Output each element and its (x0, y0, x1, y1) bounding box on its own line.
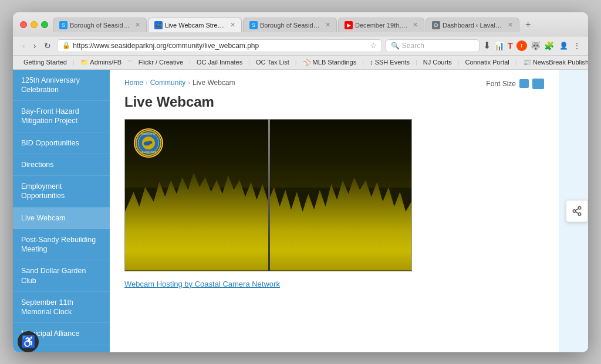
tabs-row: S Borough of Seaside Park, NJ... ✕ 📹 Liv… (53, 17, 581, 32)
refresh-button[interactable]: ↻ (42, 40, 53, 52)
sidebar-item-post-sandy[interactable]: Post-Sandy Rebuilding Meeting (13, 229, 110, 261)
tab-5-label: Dashboard ‹ Lavallette-Seaside... (443, 22, 503, 29)
page-title: Live Webcam (124, 94, 544, 110)
main-content: Home › Community › Live Webcam Font Size… (110, 70, 559, 352)
page-content: 125th Anniversary Celebration Bay-Front … (13, 70, 588, 352)
sidebar-item-bay-front[interactable]: Bay-Front Hazard Mitigation Project (13, 101, 110, 132)
back-button[interactable]: ‹ (20, 40, 28, 52)
breadcrumb-sep-1: › (146, 79, 148, 86)
profile-icon[interactable]: 👤 (558, 40, 569, 52)
tab-5-close[interactable]: ✕ (508, 21, 513, 29)
seal-emblem: BOROUGH OF SEASIDE PARK (134, 128, 163, 158)
breadcrumb-home[interactable]: Home (124, 79, 143, 87)
webcam-hosting-link[interactable]: Webcam Hosting by Coastal Camera Network (124, 280, 280, 288)
tab-5-favicon: D (432, 21, 440, 29)
svg-point-4 (148, 141, 152, 144)
tab-5[interactable]: D Dashboard ‹ Lavallette-Seaside... ✕ (426, 18, 519, 32)
download-icon[interactable]: ⬇ (483, 40, 491, 51)
svg-point-7 (578, 206, 581, 209)
bookmark-admins-fb[interactable]: 📁 Admins/FB (77, 57, 125, 67)
svg-text:BOROUGH OF: BOROUGH OF (141, 133, 156, 135)
sidebar-item-sand-dollar[interactable]: Sand Dollar Garden Club (13, 260, 110, 292)
extensions-icon[interactable]: 📊 (494, 41, 504, 50)
tab-4-close[interactable]: ✕ (413, 21, 418, 29)
forward-button[interactable]: › (31, 40, 39, 52)
tab-3-label: Borough of Seaside Park, NJ | C... (260, 22, 320, 29)
svg-point-9 (578, 213, 581, 216)
breadcrumb-community[interactable]: Community (150, 79, 186, 87)
tab-2[interactable]: 📹 Live Webcam Streaming Servic... ✕ (148, 18, 242, 32)
breadcrumb: Home › Community › Live Webcam (124, 79, 544, 87)
new-tab-button[interactable]: + (521, 17, 535, 32)
bookmark-oc-jail[interactable]: OC Jail Inmates (193, 57, 246, 67)
puzzle-icon[interactable]: 🧩 (544, 41, 554, 50)
font-size-controls: Font Size (486, 79, 544, 89)
bookmark-connatix[interactable]: Connatix Portal (462, 57, 513, 67)
bookmark-ssh[interactable]: ↕ SSH Events (366, 57, 413, 67)
tab-1[interactable]: S Borough of Seaside Park, NJ... ✕ (53, 18, 147, 32)
sidebar-item-live-webcam[interactable]: Live Webcam (13, 207, 110, 229)
wolf-icon[interactable]: 🐺 (531, 41, 541, 50)
webcam-scene: BOROUGH OF SEASIDE PARK (125, 120, 411, 271)
title-bar: S Borough of Seaside Park, NJ... ✕ 📹 Liv… (13, 12, 588, 36)
sidebar-item-employment[interactable]: Employment Opportunities (13, 176, 110, 207)
address-bar-row: ‹ › ↻ 🔒 https://www.seasideparknj.org/co… (13, 36, 588, 56)
t-icon[interactable]: T (508, 40, 513, 50)
bookmarks-bar: Getting Started | 📁 Admins/FB ** Flickr … (13, 56, 588, 70)
traffic-lights (20, 21, 48, 28)
search-icon: 🔍 (391, 42, 400, 50)
tab-1-close[interactable]: ✕ (135, 21, 140, 29)
sidebar-item-sept11[interactable]: September 11th Memorial Clock (13, 292, 110, 324)
svg-line-10 (575, 212, 578, 213)
right-panel (559, 70, 588, 352)
font-size-label: Font Size (486, 80, 516, 88)
tab-3[interactable]: S Borough of Seaside Park, NJ | C... ✕ (243, 18, 337, 32)
menu-icon[interactable]: ⋮ (573, 41, 581, 50)
tab-4[interactable]: ▶ December 19th, 2024 Seaside... ✕ (338, 18, 424, 32)
tab-2-close[interactable]: ✕ (230, 21, 235, 29)
address-bar[interactable]: 🔒 https://www.seasideparknj.org/communit… (57, 39, 381, 52)
sidebar-item-anniversary[interactable]: 125th Anniversary Celebration (13, 70, 110, 101)
bookmark-flickr[interactable]: Flickr / Creative (135, 57, 187, 67)
tab-1-label: Borough of Seaside Park, NJ... (70, 22, 130, 29)
share-icon (572, 206, 582, 216)
sidebar-item-bid[interactable]: BID Opportunities (13, 132, 110, 154)
fullscreen-window-button[interactable] (41, 21, 48, 28)
tab-2-favicon: 📹 (154, 21, 163, 29)
font-size-small-button[interactable] (519, 79, 529, 88)
lock-icon: 🔒 (62, 42, 70, 49)
sidebar-item-directions[interactable]: Directions (13, 154, 110, 176)
tab-4-favicon: ▶ (345, 21, 353, 29)
font-size-large-button[interactable] (532, 79, 544, 89)
tab-3-favicon: S (249, 21, 258, 29)
minimize-window-button[interactable] (31, 21, 38, 28)
url-text: https://www.seasideparknj.org/community/… (73, 42, 367, 50)
svg-point-8 (573, 209, 576, 212)
sidebar: 125th Anniversary Celebration Bay-Front … (13, 70, 110, 352)
bookmark-getting-started[interactable]: Getting Started (20, 57, 70, 67)
bookmark-mlb[interactable]: ⚾ MLB Standings (299, 57, 360, 67)
address-bar-icons: ☆ (370, 42, 377, 50)
search-box[interactable]: 🔍 Search (386, 39, 480, 52)
tab-4-label: December 19th, 2024 Seaside... (355, 22, 408, 29)
share-button[interactable] (566, 200, 588, 222)
svg-line-11 (575, 208, 578, 210)
tab-3-close[interactable]: ✕ (325, 21, 330, 29)
webcam-divider (268, 120, 270, 271)
browser-window: S Borough of Seaside Park, NJ... ✕ 📹 Liv… (13, 12, 588, 352)
bookmark-star-icon[interactable]: ☆ (370, 42, 377, 50)
tab-2-label: Live Webcam Streaming Servic... (165, 22, 225, 29)
seal-overlay: BOROUGH OF SEASIDE PARK (134, 128, 163, 158)
bookmark-newsbreak[interactable]: 📰 NewsBreak Publisher (519, 57, 588, 67)
close-window-button[interactable] (20, 21, 27, 28)
breadcrumb-sep-2: › (188, 79, 190, 86)
tab-1-favicon: S (59, 21, 67, 29)
bookmark-oc-tax[interactable]: OC Tax List (252, 57, 293, 67)
accessibility-icon: ♿ (21, 335, 36, 349)
reddit-icon[interactable]: r (516, 40, 527, 51)
svg-text:SEASIDE PARK: SEASIDE PARK (140, 151, 157, 154)
bookmark-nj-courts[interactable]: NJ Courts (420, 57, 455, 67)
webcam-image: BOROUGH OF SEASIDE PARK (124, 119, 412, 271)
breadcrumb-current: Live Webcam (193, 79, 235, 87)
accessibility-button[interactable]: ♿ (18, 331, 39, 352)
